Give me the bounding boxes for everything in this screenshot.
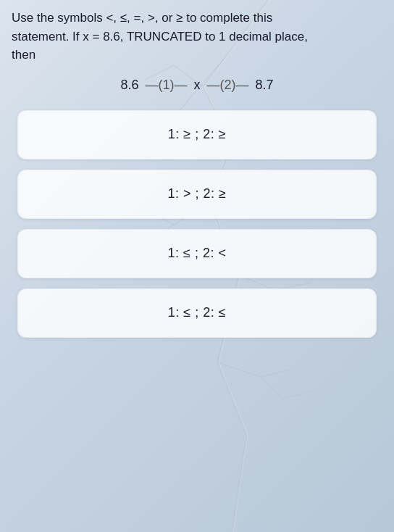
options-container: 1: ≥ ; 2: ≥ 1: > ; 2: ≥ 1: ≤ ; 2: < 1: ≤… [12, 110, 382, 338]
option-3-text: 1: ≤ ; 2: < [168, 246, 227, 261]
diagram-value1: 8.6 [120, 78, 138, 93]
option-4-text: 1: ≤ ; 2: ≤ [168, 305, 226, 320]
option-3[interactable]: 1: ≤ ; 2: < [17, 229, 377, 278]
option-4[interactable]: 1: ≤ ; 2: ≤ [17, 288, 377, 338]
option-1-text: 1: ≥ ; 2: ≥ [168, 127, 226, 142]
question-line3: then [12, 48, 35, 62]
diagram-variable: x [194, 78, 201, 93]
question-text: Use the symbols <, ≤, =, >, or ≥ to comp… [12, 9, 382, 65]
diagram-row: 8.6 —(1)— x —(2)— 8.7 [12, 78, 382, 93]
diagram-dash2: —(2)— [204, 78, 253, 93]
option-2[interactable]: 1: > ; 2: ≥ [17, 170, 377, 219]
page-content: Use the symbols <, ≤, =, >, or ≥ to comp… [0, 0, 394, 346]
option-1[interactable]: 1: ≥ ; 2: ≥ [17, 110, 377, 159]
option-2-text: 1: > ; 2: ≥ [168, 186, 227, 201]
question-line2: statement. If x = 8.6, TRUNCATED to 1 de… [12, 30, 308, 43]
question-line1: Use the symbols <, ≤, =, >, or ≥ to comp… [12, 11, 272, 25]
diagram-value2: 8.7 [256, 78, 274, 93]
diagram-dash1: —(1)— [141, 78, 190, 93]
